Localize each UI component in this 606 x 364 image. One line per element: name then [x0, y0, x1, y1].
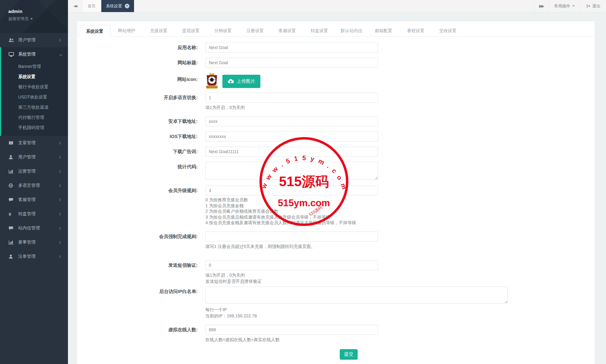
sidebar-item-operations-mgmt[interactable]: 运营管理	[0, 164, 68, 178]
sidebar-item-bet-mgmt[interactable]: 注单管理	[0, 249, 68, 264]
app-name-input[interactable]	[205, 43, 378, 52]
topbar-tab-label: 系统设置	[106, 3, 122, 9]
tab-withdraw-settings[interactable]: 提现设置	[175, 25, 207, 36]
caret-down-icon	[30, 18, 33, 20]
download-slogan-label: 下载广告词:	[77, 147, 205, 157]
system-settings-form: 应用名称: 网站标题: 网站icon:	[77, 43, 595, 360]
sidebar-item-member-mgmt[interactable]: 用户管理	[0, 150, 68, 164]
submenu-item-thirdparty[interactable]: 第三方收款渠道	[1, 102, 68, 112]
settings-card: 系统设置 网站维护 充值设置 提现设置 分销设置 注册设置 客服设置 转盘设置 …	[77, 21, 595, 364]
book-icon	[9, 141, 15, 145]
user-icon	[9, 155, 15, 159]
tab-recharge-settings[interactable]: 充值设置	[143, 25, 175, 36]
sidebar-item-label: 赛事管理	[18, 240, 36, 245]
close-tab-icon[interactable]: ✕	[125, 4, 129, 8]
users-icon	[9, 38, 15, 42]
site-title-input[interactable]	[205, 58, 378, 68]
chevron-left-icon	[59, 170, 62, 173]
upgrade-rule-input[interactable]	[205, 186, 378, 195]
chevron-left-icon	[59, 156, 62, 159]
force-rule-input[interactable]	[205, 232, 378, 241]
chevron-left-icon	[59, 255, 62, 258]
sms-verify-input[interactable]	[205, 260, 378, 270]
ip-whitelist-hints: 每行一个IP 当前的IP：169.150.222.78	[205, 307, 508, 319]
ios-url-input[interactable]	[205, 132, 378, 141]
chevron-left-icon	[59, 241, 62, 244]
tab-default-mail[interactable]: 默认站内信	[335, 25, 368, 36]
sidebar-item-wheel-mgmt[interactable]: ¥ 转盘管理	[0, 207, 68, 221]
submenu-item-payout-bank[interactable]: 代付银行管理	[1, 112, 68, 123]
chevron-left-icon	[59, 141, 62, 144]
upload-image-button[interactable]: 上传图片	[222, 75, 260, 88]
sidebar-item-article-mgmt[interactable]: 文章管理	[0, 136, 68, 150]
topbar-tab-system-settings[interactable]: 系统设置 ✕	[101, 0, 134, 12]
sms-verify-label: 发送短信验证:	[77, 260, 205, 284]
sidebar-item-service-mgmt[interactable]: 客服管理	[0, 193, 68, 207]
submenu-item-bankcard[interactable]: 银行卡收款设置	[1, 82, 68, 92]
user-role-label: 超级管理员	[8, 16, 28, 22]
logout-icon	[586, 4, 590, 8]
topbar-tab-home[interactable]: 首页	[82, 0, 101, 12]
site-logo-image: NEXTGOAL	[205, 73, 218, 90]
tab-service-settings[interactable]: 客服设置	[271, 25, 303, 36]
topbar: ◀◀ 首页 系统设置 ✕ ▶▶ 常用操作 退出	[68, 0, 606, 12]
submit-button[interactable]: 提交	[340, 349, 358, 360]
common-operations-dropdown[interactable]: 常用操作	[548, 0, 580, 12]
sidebar-item-label: 用户管理	[18, 37, 36, 43]
tabs-scroll-right-button[interactable]: ▶▶	[534, 0, 548, 12]
force-rule-hint: 填写1 注册会员超过5天未充值，则强制跳转到充值页面。	[205, 243, 378, 249]
android-url-label: 安卓下载地址:	[77, 116, 205, 126]
tab-schedule-settings[interactable]: 赛程设置	[400, 25, 432, 36]
virtual-online-input[interactable]	[205, 325, 378, 335]
tab-system-settings[interactable]: 系统设置	[79, 25, 111, 37]
sidebar-item-label: 文章管理	[18, 140, 36, 146]
chevron-left-icon	[59, 227, 62, 230]
system-submenu: Banner管理 系统设置 银行卡收款设置 USDT收款设置 第三方收款渠道 代…	[1, 61, 68, 136]
sidebar-item-label: 站内信管理	[18, 225, 40, 231]
chevron-left-icon	[59, 198, 62, 201]
sidebar-item-label: 多语言管理	[18, 183, 40, 188]
sidebar-item-user-mgmt[interactable]: 用户管理	[0, 33, 68, 47]
main-content-area: 系统设置 网站维护 充值设置 提现设置 分销设置 注册设置 客服设置 转盘设置 …	[68, 12, 606, 364]
submenu-item-system-settings[interactable]: 系统设置	[1, 72, 68, 82]
sidebar-item-system-mgmt[interactable]: 系统管理	[1, 47, 68, 61]
logout-label: 退出	[592, 3, 600, 9]
submenu-item-banner[interactable]: Banner管理	[1, 61, 68, 72]
submenu-item-phone-code[interactable]: 手机国码管理	[1, 123, 68, 133]
bar-chart-icon	[9, 240, 15, 245]
download-slogan-input[interactable]	[205, 147, 378, 157]
sidebar: admin 超级管理员 用户管理 系统管理 Banner管理 系统设置	[0, 0, 68, 364]
sms-verify-hints: 填1为开启，0为关闭 发送短信时是否开启滑块验证	[205, 272, 378, 284]
multi-lang-input[interactable]	[205, 93, 378, 103]
stats-code-textarea[interactable]	[205, 162, 378, 180]
cloud-upload-icon	[228, 79, 234, 84]
site-title-label: 网站标题:	[77, 58, 205, 68]
multi-lang-hint: 填1为开启，0为关闭	[205, 104, 378, 111]
yen-icon: ¥	[9, 212, 15, 216]
sidebar-group-system-mgmt: 系统管理 Banner管理 系统设置 银行卡收款设置 USDT收款设置 第三方收…	[0, 47, 68, 136]
tab-email-config[interactable]: 邮箱配置	[368, 25, 400, 36]
sidebar-item-multilang-mgmt[interactable]: 多语言管理	[0, 178, 68, 193]
tabs-scroll-left-button[interactable]: ◀◀	[68, 0, 82, 12]
virtual-online-label: 虚拟在线人数:	[77, 325, 205, 343]
sidebar-item-match-mgmt[interactable]: 赛事管理	[0, 235, 68, 249]
user-role-dropdown[interactable]: 超级管理员	[8, 16, 68, 22]
ios-url-label: IOS下载地址:	[77, 132, 205, 141]
multi-lang-label: 开启多语言切换:	[77, 93, 205, 111]
submenu-item-usdt[interactable]: USDT收款设置	[1, 92, 68, 102]
ip-whitelist-textarea[interactable]	[205, 287, 508, 303]
comment-icon	[9, 226, 15, 230]
chevron-left-icon	[59, 39, 62, 42]
tab-distribution-settings[interactable]: 分销设置	[207, 25, 239, 36]
sidebar-item-label: 运营管理	[18, 169, 36, 174]
caret-down-icon	[572, 5, 575, 7]
tab-register-settings[interactable]: 注册设置	[239, 25, 271, 36]
tab-wheel-settings[interactable]: 转盘设置	[303, 25, 335, 36]
ip-whitelist-label: 后台访问IP白名单:	[77, 287, 205, 319]
tab-settlement-settings[interactable]: 交收设置	[432, 25, 464, 36]
sidebar-item-mail-mgmt[interactable]: 站内信管理	[0, 221, 68, 235]
android-url-input[interactable]	[205, 116, 378, 126]
topbar-right: ▶▶ 常用操作 退出	[534, 0, 606, 12]
logout-button[interactable]: 退出	[580, 0, 606, 12]
tab-site-maintenance[interactable]: 网站维护	[111, 25, 143, 36]
